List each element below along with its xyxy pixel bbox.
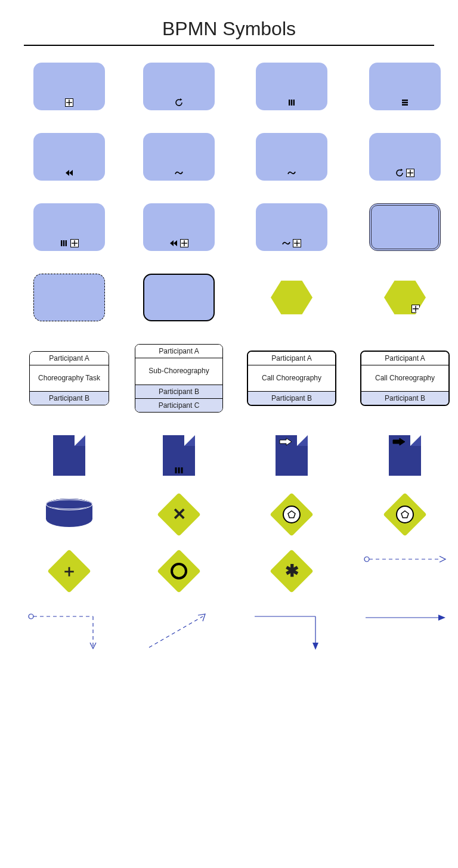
compensation-marker-icon (65, 169, 73, 177)
circle-icon (171, 563, 187, 579)
task-loop-subprocess (369, 133, 441, 181)
task-transaction (369, 203, 441, 251)
choreography-name: Sub-Choreography (135, 358, 222, 385)
parallel-marker-icon (287, 98, 296, 107)
task-parallel-mi (256, 63, 327, 110)
gateway-inclusive (163, 556, 194, 587)
participant-bottom: Participant C (135, 399, 222, 412)
plusbox-marker-icon (65, 98, 73, 107)
svg-rect-14 (66, 240, 67, 246)
participant-top: Participant A (248, 352, 335, 365)
task-call-activity (143, 274, 215, 321)
gateway-symbol-icon: ✕ (172, 506, 186, 523)
sequential-marker-icon (401, 98, 409, 107)
call-choreography-2: Participant ACall ChoreographyParticipan… (360, 351, 450, 407)
plusbox-marker-icon (406, 169, 414, 177)
association-diagonal (137, 612, 221, 647)
collection-marker-icon (175, 467, 183, 473)
svg-rect-12 (61, 240, 62, 246)
parallel-marker-icon (60, 239, 68, 247)
tilde-marker-icon (282, 239, 290, 247)
task-adhoc-1 (143, 133, 215, 181)
participant-top: Participant A (361, 352, 448, 365)
title-divider (24, 45, 434, 46)
choreography-name: Call Choreography (248, 365, 335, 392)
svg-rect-7 (402, 102, 408, 103)
task-event-subprocess (33, 274, 105, 321)
sequence-branch-down (250, 612, 333, 647)
pentagon-icon (283, 506, 301, 523)
svg-line-34 (149, 616, 203, 647)
participant-bottom: Participant B (361, 392, 448, 405)
data-output (389, 435, 421, 476)
gateway-event-2 (389, 499, 420, 530)
loop-marker-icon (175, 98, 183, 107)
task-loop (143, 63, 215, 110)
tilde-marker-icon (175, 169, 183, 177)
task-compensation (33, 133, 105, 181)
svg-marker-28 (401, 511, 409, 518)
data-object-collection (163, 435, 195, 476)
choreography-task: Participant AChoreography TaskParticipan… (29, 351, 109, 406)
pentagon-icon (396, 506, 414, 523)
participant-bottom: Participant B (135, 385, 222, 399)
task-sequential-mi (369, 63, 441, 110)
svg-marker-27 (288, 511, 295, 518)
participant-bottom: Participant B (248, 392, 335, 405)
svg-rect-13 (63, 240, 64, 246)
svg-rect-3 (289, 100, 290, 106)
svg-rect-6 (402, 100, 408, 101)
gateway-event-1 (276, 499, 307, 530)
loop-marker-icon (395, 169, 404, 177)
task-adhoc-subprocess (256, 203, 327, 251)
task-compensation-subprocess (143, 203, 215, 251)
svg-rect-4 (291, 100, 292, 106)
task-adhoc-2 (256, 133, 327, 181)
plusbox-marker-icon (180, 239, 188, 247)
participant-bottom: Participant B (30, 392, 109, 405)
compensation-marker-icon (169, 239, 178, 247)
participant-top: Participant A (135, 345, 222, 358)
choreography-name: Call Choreography (361, 365, 448, 392)
sequence-flow (363, 612, 447, 647)
task-subprocess (33, 63, 105, 110)
plusbox-marker-icon (411, 305, 420, 313)
output-arrow-icon (392, 438, 406, 448)
input-arrow-icon (279, 438, 292, 448)
svg-rect-8 (402, 104, 408, 106)
data-store (46, 498, 92, 531)
plusbox-marker-icon (293, 239, 301, 247)
message-flow (363, 553, 447, 589)
call-choreography-1: Participant ACall ChoreographyParticipan… (247, 351, 336, 407)
plusbox-marker-icon (70, 239, 79, 247)
business-rule (271, 280, 312, 315)
sub-choreography: Participant ASub-ChoreographyParticipant… (135, 344, 223, 413)
svg-point-29 (364, 557, 369, 562)
gateway-symbol-icon: ＋ (61, 563, 78, 579)
page-title: BPMN Symbols (0, 18, 458, 40)
task-parallel-subprocess (33, 203, 105, 251)
choreography-name: Choreography Task (30, 365, 109, 392)
svg-rect-5 (293, 100, 295, 106)
gateway-parallel: ＋ (54, 556, 85, 587)
gateway-exclusive: ✕ (163, 499, 194, 530)
data-object (53, 435, 85, 476)
gateway-symbol-icon: ✱ (285, 563, 299, 579)
data-input (276, 435, 308, 476)
gateway-complex: ✱ (276, 556, 307, 587)
tilde-marker-icon (287, 169, 296, 177)
svg-point-31 (29, 614, 33, 619)
business-rule-sub (384, 280, 426, 315)
association-branch-down (27, 612, 111, 647)
participant-top: Participant A (30, 352, 109, 365)
